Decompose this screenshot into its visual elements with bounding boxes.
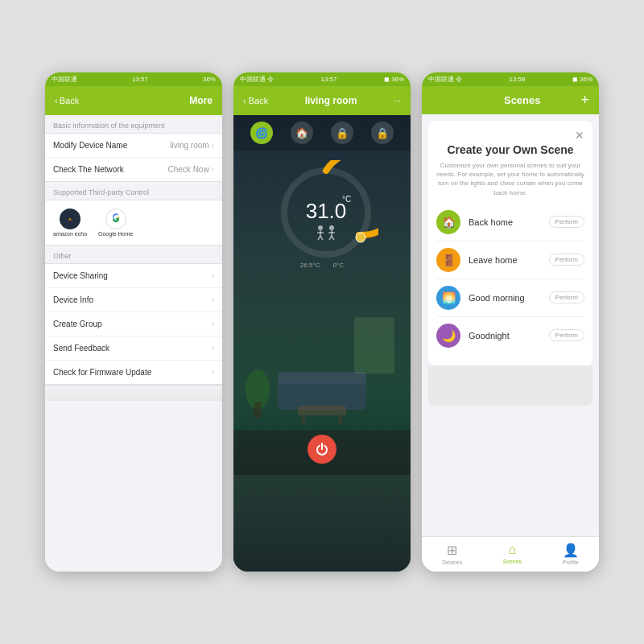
svg-point-2 — [356, 233, 365, 242]
phone-settings: 中国联通 13:57 36% ‹ Back More Basic informa… — [45, 72, 222, 572]
row-modify-name[interactable]: Modify Device Name living room › — [45, 134, 222, 158]
time-2: 13:57 — [320, 76, 336, 83]
leave-home-perform[interactable]: Perform — [549, 254, 584, 266]
back-home-perform[interactable]: Perform — [549, 216, 584, 228]
scenes-page-title: Scenes — [504, 94, 541, 106]
time-1: 13:57 — [132, 76, 148, 83]
row-device-info[interactable]: Device Info › — [45, 288, 222, 312]
nav-devices-label: Devices — [442, 559, 462, 565]
carrier-2: 中国联通 令 — [240, 75, 274, 84]
scene-goodnight[interactable]: 🌙 Goodnight Perform — [436, 317, 584, 354]
row-create-group[interactable]: Create Group › — [45, 312, 222, 336]
settings-body: Basic information of the equipment Modif… — [45, 115, 222, 572]
nav-devices[interactable]: ⊞ Devices — [442, 543, 462, 565]
add-scene-button[interactable]: + — [580, 92, 589, 109]
svg-rect-18 — [278, 372, 366, 384]
nav-profile-label: Profile — [563, 559, 579, 565]
good-morning-label: Good morning — [469, 293, 549, 303]
status-bar-3: 中国联通 令 13:58 ◼ 36% — [422, 72, 599, 86]
svg-rect-16 — [254, 402, 261, 418]
section-label-other: Other — [45, 246, 222, 263]
nav-scenes[interactable]: ⌂ Scenes — [503, 543, 522, 564]
control-icons-row: 🌀 🏠 🔒 🔒 — [233, 115, 411, 151]
status-bar-2: 中国联通 令 13:57 ◼ 36% — [233, 72, 411, 86]
fan-icon[interactable]: 🌀 — [250, 122, 273, 144]
nav-scenes-label: Scenes — [503, 559, 522, 564]
back-button-1[interactable]: ‹ Back — [55, 96, 79, 105]
header-title-1: More — [189, 95, 213, 106]
carrier-1: 中国联通 — [52, 75, 77, 84]
status-bar-1: 中国联通 13:57 36% — [45, 72, 222, 86]
card-title: Create your Own Scene — [436, 143, 584, 156]
good-morning-icon: 🌅 — [436, 286, 460, 310]
phone-scenes: 中国联通 令 13:58 ◼ 36% Scenes + ✕ Create you… — [422, 72, 599, 572]
good-morning-perform[interactable]: Perform — [549, 291, 584, 303]
thermostat-ring[interactable]: 31.0 °C — [274, 160, 370, 257]
settings-group-other: Device Sharing › Device Info › Create Gr… — [45, 263, 222, 385]
row-send-feedback[interactable]: Send Feedback › — [45, 336, 222, 361]
profile-icon: 👤 — [563, 543, 579, 558]
scene-back-home[interactable]: 🏠 Back home Perform — [436, 204, 584, 242]
goodnight-icon: 🌙 — [436, 324, 460, 348]
leave-home-label: Leave home — [469, 255, 549, 265]
scenes-empty-area — [428, 365, 592, 406]
svg-text:°C: °C — [342, 195, 351, 204]
back-chevron-1: ‹ — [55, 96, 58, 105]
google-logo[interactable]: Google Home — [98, 208, 133, 237]
row-check-network[interactable]: Check The Network Check Now › — [45, 158, 222, 181]
scene-good-morning[interactable]: 🌅 Good morning Perform — [436, 279, 584, 317]
phone-thermostat: 中国联通 令 13:57 ◼ 36% ‹ Back living room ··… — [233, 72, 411, 572]
scene-leave-home[interactable]: 🚪 Leave home Perform — [436, 242, 584, 279]
more-dots[interactable]: ··· — [394, 96, 401, 105]
battery-2: ◼ 36% — [384, 76, 404, 83]
svg-line-13 — [329, 236, 332, 240]
svg-rect-21 — [339, 415, 342, 423]
section-label-basic: Basic information of the equipment — [45, 115, 222, 133]
amazon-icon: a — [60, 208, 80, 229]
goodnight-perform[interactable]: Perform — [549, 329, 584, 341]
thermostat-body: 🌀 🏠 🔒 🔒 — [233, 115, 411, 572]
back-home-icon: 🏠 — [436, 210, 460, 234]
time-3: 13:58 — [509, 76, 525, 83]
section-label-thirdparty: Supported Third-party Control — [45, 182, 222, 200]
chevron-group: › — [212, 320, 214, 328]
svg-point-5 — [318, 225, 323, 230]
power-button[interactable] — [308, 435, 336, 464]
svg-line-8 — [318, 236, 320, 240]
svg-rect-19 — [298, 406, 346, 415]
thermostat-area: 31.0 °C — [233, 151, 411, 269]
svg-point-10 — [329, 225, 334, 230]
card-close[interactable]: ✕ — [436, 129, 584, 142]
scenes-header: Scenes + — [422, 86, 599, 114]
nav-profile[interactable]: 👤 Profile — [563, 543, 579, 565]
svg-text:31.0: 31.0 — [306, 199, 347, 223]
svg-rect-22 — [354, 317, 394, 374]
settings-group-thirdparty: a amazon echo — [45, 200, 222, 246]
chevron-feedback: › — [212, 344, 214, 353]
row-device-sharing[interactable]: Device Sharing › — [45, 264, 222, 288]
chevron-sharing: › — [212, 271, 214, 280]
carrier-3: 中国联通 令 — [428, 75, 462, 84]
svg-line-9 — [320, 236, 323, 240]
leave-home-icon: 🚪 — [436, 248, 460, 272]
svg-rect-17 — [278, 382, 366, 410]
google-icon — [105, 208, 126, 229]
scenes-icon: ⌂ — [509, 543, 517, 557]
chevron-icon-2: › — [212, 165, 214, 174]
row-firmware-update[interactable]: Check for Firmware Update › — [45, 361, 222, 384]
shield-icon[interactable]: 🔒 — [331, 122, 353, 144]
settings-group-basic: Modify Device Name living room › Check T… — [45, 133, 222, 182]
create-scene-card: ✕ Create your Own Scene Customize your o… — [428, 121, 592, 365]
lock-icon[interactable]: 🔒 — [371, 122, 394, 144]
battery-1: 36% — [203, 76, 216, 83]
back-button-2[interactable]: ‹ Back — [243, 96, 268, 105]
svg-line-14 — [332, 236, 334, 240]
amazon-logo[interactable]: a amazon echo — [53, 208, 87, 237]
card-description: Customize your own personal scenes to su… — [436, 161, 584, 197]
chevron-info: › — [212, 295, 214, 304]
goodnight-label: Goodnight — [469, 331, 549, 341]
home-mode-icon[interactable]: 🏠 — [291, 122, 313, 144]
close-icon[interactable]: ✕ — [575, 129, 584, 142]
room-title: living room — [305, 95, 357, 106]
battery-3: ◼ 36% — [572, 76, 592, 83]
